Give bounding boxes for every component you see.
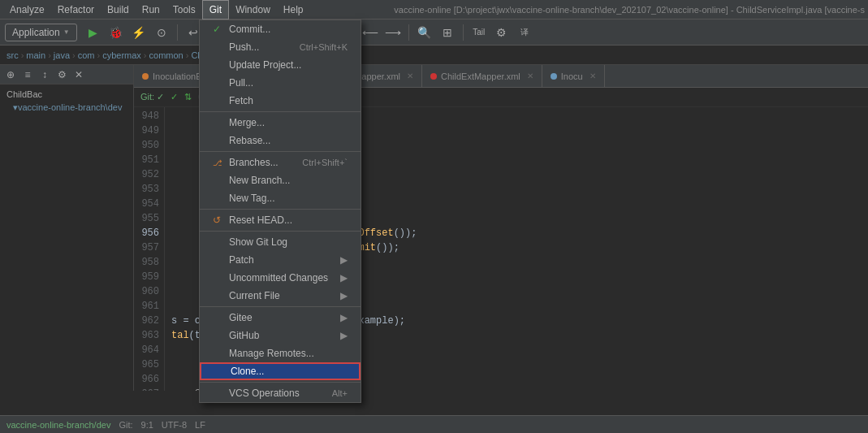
vcs-ops-shortcut: Alt+ (332, 388, 348, 398)
menu-git[interactable]: Git (202, 0, 229, 19)
menu-build[interactable]: Build (101, 0, 136, 19)
git-sync-status: ⇅ (184, 92, 192, 102)
back-button[interactable]: ⟵ (361, 23, 380, 42)
uncommitted-label: Uncommitted Changes (229, 272, 328, 284)
sidebar-toolbar: ⊕ ≡ ↕ ⚙ ✕ (0, 65, 133, 84)
git-menu-gitee[interactable]: Gitee ▶ (200, 309, 361, 327)
github-arrow: ▶ (340, 330, 348, 341)
menu-refactor[interactable]: Refactor (51, 0, 101, 19)
git-menu-manage-remotes[interactable]: Manage Remotes... (200, 344, 361, 362)
sidebar-sort-btn[interactable]: ↕ (37, 67, 52, 82)
git-menu-patch[interactable]: Patch ▶ (200, 251, 361, 269)
ln-966: 966 (134, 372, 159, 387)
translate-button[interactable]: 译 (515, 23, 534, 42)
commit-label: Commit... (229, 24, 270, 35)
git-menu-new-branch[interactable]: New Branch... (200, 171, 361, 189)
git-menu-pull[interactable]: Pull... (200, 74, 361, 92)
separator-1 (177, 24, 178, 41)
app-button[interactable]: Application ▼ (5, 24, 77, 41)
bc-com[interactable]: com (78, 50, 95, 60)
tab-dot-blue (551, 73, 557, 80)
branches-shortcut: Ctrl+Shift+` (302, 158, 348, 167)
tab-close-4[interactable]: ✕ (589, 71, 596, 80)
sidebar-close-btn[interactable]: ✕ (71, 67, 86, 82)
vcs-ops-label: VCS Operations (229, 388, 300, 399)
git-menu-uncommitted[interactable]: Uncommitted Changes ▶ (200, 269, 361, 287)
menu-help[interactable]: Help (277, 0, 310, 19)
status-encoding: UTF-8 (162, 420, 187, 430)
bc-cybermax[interactable]: cybermax (102, 50, 141, 60)
tab-dot-red-2 (430, 73, 437, 80)
bc-java[interactable]: java (54, 50, 70, 60)
git-menu-new-tag[interactable]: New Tag... (200, 189, 361, 207)
search-button[interactable]: 🔍 (415, 23, 434, 42)
commit-check: ✓ (213, 24, 224, 35)
tail-button[interactable]: Tail (469, 23, 489, 42)
sidebar-settings-btn[interactable]: ⚙ (54, 67, 69, 82)
reset-head-label: Reset HEAD... (229, 214, 292, 226)
git-menu-rebase[interactable]: Rebase... (200, 132, 361, 149)
sidebar: ⊕ ≡ ↕ ⚙ ✕ ChildBac ▾vaccine-online-branc… (0, 65, 134, 391)
ln-961: 961 (134, 299, 159, 314)
tab-child-mapper-xml[interactable]: ChildExtMapper.xml ✕ (422, 65, 542, 88)
git-menu-show-git-log[interactable]: Show Git Log (200, 233, 361, 251)
main-area: ⊕ ≡ ↕ ⚙ ✕ ChildBac ▾vaccine-online-branc… (0, 65, 868, 391)
ln-962: 962 (134, 314, 159, 328)
ln-963: 963 (134, 328, 159, 343)
app-button-triangle: ▼ (63, 28, 70, 36)
search2-button[interactable]: ⊞ (438, 23, 457, 42)
git-menu-vcs-ops[interactable]: VCS Operations Alt+ (200, 384, 361, 402)
git-menu-current-file[interactable]: Current File ▶ (200, 287, 361, 305)
menu-bar: Analyze Refactor Build Run Tools Git Win… (0, 0, 868, 19)
current-file-arrow: ▶ (340, 290, 348, 301)
sidebar-item-childbac[interactable]: ChildBac (0, 88, 133, 101)
sidebar-expand-btn[interactable]: ⊕ (3, 67, 18, 82)
ln-959: 959 (134, 270, 159, 284)
manage-remotes-label: Manage Remotes... (229, 348, 314, 359)
patch-label: Patch (229, 254, 254, 266)
tab-inocu[interactable]: Inocu ✕ (542, 65, 605, 88)
menu-window[interactable]: Window (229, 0, 277, 19)
rebase-label: Rebase... (229, 135, 270, 146)
bc-src[interactable]: src (6, 50, 19, 60)
git-menu-commit[interactable]: ✓ Commit... (200, 20, 361, 38)
ln-967: 967 (134, 387, 159, 391)
debug-button[interactable]: 🐞 (106, 23, 126, 42)
show-git-log-label: Show Git Log (229, 236, 287, 248)
sidebar-item-branch[interactable]: ▾vaccine-online-branch\dev (0, 101, 133, 115)
ln-955: 955 (134, 211, 159, 226)
git-menu-reset-head[interactable]: ↺ Reset HEAD... (200, 211, 361, 229)
menu-analyze[interactable]: Analyze (3, 0, 51, 19)
git-menu-fetch[interactable]: Fetch (200, 92, 361, 110)
pull-label: Pull... (229, 77, 253, 89)
status-line-ending: LF (195, 420, 205, 430)
run-button[interactable]: ▶ (84, 23, 103, 42)
git-menu-update[interactable]: Update Project... (200, 56, 361, 74)
git-status: Git: ✓ (140, 92, 164, 102)
git-menu-github[interactable]: GitHub ▶ (200, 327, 361, 344)
ln-965: 965 (134, 357, 159, 372)
settings-button[interactable]: ⚙ (492, 23, 512, 42)
git-push-status: ✓ (171, 92, 178, 102)
ln-957: 957 (134, 240, 159, 255)
git-menu-branches[interactable]: ⎇ Branches... Ctrl+Shift+` (200, 154, 361, 171)
menu-run[interactable]: Run (136, 0, 166, 19)
git-branch-status[interactable]: vaccine-online-branch/dev (6, 420, 110, 430)
tab-close-3[interactable]: ✕ (527, 71, 533, 80)
sidebar-content: ChildBac ▾vaccine-online-branch\dev (0, 84, 133, 391)
coverage-button[interactable]: ⚡ (129, 23, 149, 42)
sidebar-collapse-btn[interactable]: ≡ (20, 67, 35, 82)
tab-close-2[interactable]: ✕ (407, 71, 413, 80)
bc-main[interactable]: main (26, 50, 45, 60)
forward-button[interactable]: ⟶ (383, 23, 403, 42)
git-menu-push[interactable]: Push... Ctrl+Shift+K (200, 38, 361, 56)
git-menu-clone[interactable]: Clone... (200, 362, 361, 380)
bc-common[interactable]: common (149, 50, 184, 60)
gitee-arrow: ▶ (340, 312, 348, 323)
menu-tools[interactable]: Tools (166, 0, 202, 19)
ln-949: 949 (134, 123, 159, 138)
profile-button[interactable]: ⊙ (152, 23, 171, 42)
git-menu-merge[interactable]: Merge... (200, 114, 361, 132)
separator-4 (408, 24, 409, 41)
github-label: GitHub (229, 330, 259, 341)
